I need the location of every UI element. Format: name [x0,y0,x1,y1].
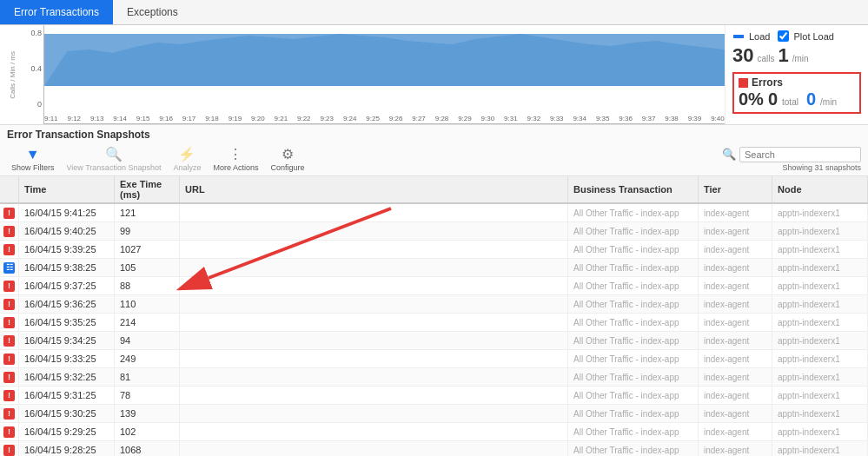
row-bt: All Other Traffic - index-app [568,259,699,277]
table-row[interactable]: ! 16/04/15 9:31:25 78 All Other Traffic … [0,387,868,405]
row-node: apptn-indexerx1 [772,277,868,295]
snapshots-table: Time Exe Time (ms) URL Business Transact… [0,176,868,456]
error-icon: ! [3,208,15,219]
col-header-url[interactable]: URL [180,176,568,203]
tab-exceptions[interactable]: Exceptions [113,0,192,24]
row-time: 16/04/15 9:39:25 [19,241,115,259]
analyze-button[interactable]: ⚡ Analyze [169,144,205,174]
table-wrapper: Time Exe Time (ms) URL Business Transact… [0,176,868,456]
configure-label: Configure [270,163,304,172]
search-icon: 🔍 [722,148,736,161]
row-icon-cell: ! [0,387,19,405]
col-header-bt[interactable]: Business Transaction [568,176,699,203]
y-val-0: 0 [37,100,42,109]
row-bt: All Other Traffic - index-app [568,203,699,222]
row-bt: All Other Traffic - index-app [568,241,699,259]
showing-text: Showing 31 snapshots [782,163,861,172]
row-tier: index-agent [699,314,772,332]
chart-legend: Load Plot Load 30 calls 1 /min Errors 0%… [725,25,868,124]
row-exe-time: 88 [115,277,180,295]
view-snapshot-button[interactable]: 🔍 View Transaction Snapshot [63,144,166,174]
error-icon: ! [3,299,15,310]
col-header-time[interactable]: Time [19,176,115,203]
row-url [180,387,568,405]
plot-load-checkbox[interactable] [778,30,789,42]
table-row[interactable]: ! 16/04/15 9:29:25 102 All Other Traffic… [0,423,868,441]
tab-error-transactions[interactable]: Error Transactions [0,0,113,24]
row-url [180,241,568,259]
row-exe-time: 1027 [115,241,180,259]
table-row[interactable]: ! 16/04/15 9:37:25 88 All Other Traffic … [0,277,868,295]
row-exe-time: 1068 [115,441,180,457]
error-icon: ! [3,408,15,420]
col-header-node[interactable]: Node [772,176,868,203]
svg-rect-2 [733,35,744,38]
table-row[interactable]: ! 16/04/15 9:30:25 139 All Other Traffic… [0,405,868,423]
row-time: 16/04/15 9:29:25 [19,423,115,441]
more-actions-button[interactable]: ⋮ More Actions [209,144,262,174]
toolbar-section: Error Transaction Snapshots ▼ Show Filte… [0,125,868,176]
chart-section: Calls / Min / ms 0.8 0.4 0 9:119:129:139… [0,25,868,125]
row-tier: index-agent [699,332,772,350]
row-node: apptn-indexerx1 [772,350,868,368]
row-icon-cell: ! [0,241,19,259]
row-url [180,441,568,457]
load-icon [732,32,745,41]
row-node: apptn-indexerx1 [772,314,868,332]
view-snapshot-label: View Transaction Snapshot [67,163,162,172]
table-row[interactable]: ! 16/04/15 9:41:25 121 All Other Traffic… [0,203,868,222]
table-row[interactable]: ☷ 16/04/15 9:38:25 105 All Other Traffic… [0,259,868,277]
tabs-bar: Error Transactions Exceptions [0,0,868,25]
errors-rate: 0 [806,89,816,109]
row-time: 16/04/15 9:40:25 [19,222,115,241]
table-row[interactable]: ! 16/04/15 9:36:25 110 All Other Traffic… [0,295,868,314]
legend-load-label: Load [749,31,770,42]
chart-plot-area: 9:119:129:139:149:159:169:179:189:199:20… [43,25,725,124]
table-row[interactable]: ! 16/04/15 9:39:25 1027 All Other Traffi… [0,241,868,259]
row-time: 16/04/15 9:41:25 [19,203,115,222]
row-time: 16/04/15 9:36:25 [19,295,115,314]
col-header-icon [0,176,19,203]
calls-unit: calls [757,54,774,63]
search-input[interactable] [739,147,861,162]
row-url [180,423,568,441]
table-row[interactable]: ! 16/04/15 9:32:25 81 All Other Traffic … [0,368,868,387]
row-url [180,277,568,295]
row-tier: index-agent [699,222,772,241]
row-icon-cell: ! [0,368,19,387]
row-icon-cell: ! [0,295,19,314]
filter-icon: ▼ [26,147,40,162]
y-axis-label: Calls / Min / ms [0,25,24,124]
row-icon-cell: ! [0,441,19,457]
row-node: apptn-indexerx1 [772,203,868,222]
error-icon: ! [3,317,15,328]
row-tier: index-agent [699,405,772,423]
y-val-08: 0.8 [30,29,42,37]
table-row[interactable]: ! 16/04/15 9:33:25 249 All Other Traffic… [0,350,868,368]
row-node: apptn-indexerx1 [772,441,868,457]
row-node: apptn-indexerx1 [772,423,868,441]
errors-square-icon [739,78,748,88]
row-icon-cell: ! [0,332,19,350]
row-url [180,405,568,423]
table-row[interactable]: ! 16/04/15 9:34:25 94 All Other Traffic … [0,332,868,350]
errors-pct: 0% [739,89,764,109]
row-bt: All Other Traffic - index-app [568,350,699,368]
calls-value: 30 [732,44,753,67]
col-header-tier[interactable]: Tier [699,176,772,203]
row-node: apptn-indexerx1 [772,241,868,259]
col-header-exe[interactable]: Exe Time (ms) [115,176,180,203]
row-icon-cell: ! [0,203,19,222]
configure-button[interactable]: ⚙ Configure [266,144,308,174]
table-row[interactable]: ! 16/04/15 9:40:25 99 All Other Traffic … [0,222,868,241]
row-tier: index-agent [699,241,772,259]
table-row[interactable]: ! 16/04/15 9:28:25 1068 All Other Traffi… [0,441,868,457]
table-row[interactable]: ! 16/04/15 9:35:25 214 All Other Traffic… [0,314,868,332]
row-icon-cell: ☷ [0,259,19,277]
legend-load-stats: 30 calls 1 /min [732,44,861,67]
show-filters-button[interactable]: ▼ Show Filters [7,145,59,174]
row-bt: All Other Traffic - index-app [568,387,699,405]
row-bt: All Other Traffic - index-app [568,368,699,387]
table-header-row: Time Exe Time (ms) URL Business Transact… [0,176,868,203]
row-node: apptn-indexerx1 [772,295,868,314]
